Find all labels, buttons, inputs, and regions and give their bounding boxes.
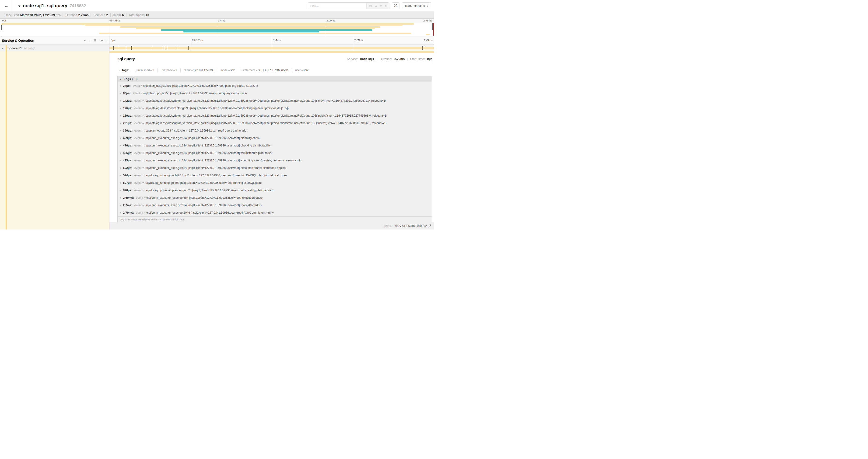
expand-all-icon[interactable]: ≫ <box>100 39 103 42</box>
chevron-right-icon[interactable]: › <box>120 84 121 88</box>
chevron-right-icon[interactable]: › <box>120 92 121 95</box>
keyboard-shortcuts-button[interactable]: ⌘ <box>392 2 400 9</box>
chevron-down-icon[interactable]: ∨ <box>2 47 3 50</box>
tag-item: node=sql1 <box>218 68 239 72</box>
log-event-tick <box>424 46 424 50</box>
log-row[interactable]: ›80μs:event=‹sql/plan_opt.go:358 [nsql1,… <box>118 90 432 97</box>
collapse-all-icon[interactable]: ≫ <box>93 39 97 42</box>
log-row[interactable]: ›189μs:event=‹sql/catalog/lease/descript… <box>118 112 432 120</box>
log-equals: = <box>142 204 145 207</box>
next-match-icon[interactable]: ∨ <box>380 4 382 7</box>
chevron-right-icon[interactable]: › <box>120 114 121 117</box>
chevron-right-icon[interactable]: › <box>120 189 121 192</box>
log-equals: = <box>142 144 145 147</box>
log-row[interactable]: ›476μs:event=‹sql/conn_executor_exec.go:… <box>118 142 432 149</box>
minimap-span-bar <box>426 34 430 35</box>
column-resize-grip[interactable]: || <box>105 39 107 42</box>
chevron-right-icon[interactable]: › <box>120 107 121 110</box>
log-event-tick <box>422 46 423 50</box>
link-icon[interactable] <box>428 224 432 228</box>
log-row[interactable]: ›459μs:event=‹sql/conn_executor_exec.go:… <box>118 134 432 142</box>
log-row[interactable]: ›2.7ms:event=‹sql/conn_executor_exec.go:… <box>118 201 432 209</box>
log-event-tick <box>163 46 163 50</box>
log-row[interactable]: ›2.69ms:event=‹sql/conn_executor_exec.go… <box>118 194 432 201</box>
collapse-one-icon[interactable]: ∨ <box>84 39 86 42</box>
clear-search-icon[interactable]: × <box>385 4 387 8</box>
chevron-right-icon[interactable]: › <box>120 204 121 207</box>
log-row[interactable]: ›502μs:event=‹sql/conn_executor_exec.go:… <box>118 164 432 172</box>
log-field-key: event <box>134 114 142 117</box>
chevron-right-icon[interactable]: › <box>120 174 121 177</box>
view-select[interactable]: Trace Timeline ∨ <box>402 2 431 9</box>
chevron-right-icon[interactable]: › <box>119 69 120 72</box>
log-equals: = <box>142 136 145 140</box>
chevron-right-icon[interactable]: › <box>120 181 121 185</box>
span-row-service[interactable]: ∨ node sql1 sql query <box>0 45 109 51</box>
log-timestamp: 476μs: <box>123 144 132 147</box>
minimap-tick-label: 2.79ms <box>423 19 432 22</box>
chevron-right-icon[interactable]: › <box>120 151 121 155</box>
logs-count: (18) <box>132 77 137 81</box>
chevron-right-icon[interactable]: › <box>120 144 121 147</box>
logs-header[interactable]: ∨ Logs (18) <box>118 76 432 82</box>
span-service-name[interactable]: node sql1 <box>8 46 22 50</box>
minimap-tick-label: 1.4ms <box>218 19 225 22</box>
summary-services: Services 2 <box>91 13 111 17</box>
log-event-tick <box>168 46 168 50</box>
tags-list: _unfinished=1_verbose=1client=127.0.0.1:… <box>132 68 312 72</box>
tags-row[interactable]: › Tags: _unfinished=1_verbose=1client=12… <box>117 65 432 75</box>
log-field-value: ‹sql/conn_executor_exec.go:684 [nsql1,cl… <box>146 196 263 199</box>
minimap-canvas[interactable] <box>1 23 433 36</box>
tag-item: statement=SELECT * FROM users <box>239 68 292 72</box>
chevron-right-icon[interactable]: › <box>120 159 121 162</box>
tag-key: node <box>221 69 228 72</box>
chevron-down-icon[interactable]: ∨ <box>18 4 21 8</box>
log-row[interactable]: ›597μs:event=‹sql/distsql_running.go:498… <box>118 179 432 187</box>
tag-key: _verbose <box>161 69 173 72</box>
service-operation-title: Service & Operation <box>2 39 34 42</box>
find-input[interactable] <box>308 3 366 9</box>
tag-value: SELECT * FROM users <box>258 69 288 72</box>
span-bar-track[interactable] <box>109 45 434 51</box>
log-row[interactable]: ›495μs:event=‹sql/conn_executor_exec.go:… <box>118 157 432 164</box>
chevron-right-icon[interactable]: › <box>120 136 121 140</box>
tag-key: user <box>295 69 301 72</box>
log-event-tick <box>165 46 165 50</box>
expand-one-icon[interactable]: › <box>89 39 90 42</box>
ruler-tick-label: 2.09ms <box>354 39 363 42</box>
start-time-stat-label: Start Time: <box>410 57 425 61</box>
logs-list: ›34μs:event=‹sql/exec_util.go:2297 [nsql… <box>118 82 432 217</box>
chevron-right-icon[interactable]: › <box>120 211 121 214</box>
back-button[interactable]: ← <box>0 0 13 11</box>
prev-match-icon[interactable]: ∧ <box>375 4 377 7</box>
tag-item: _unfinished=1 <box>132 68 157 72</box>
log-timestamp: 597μs: <box>123 181 132 185</box>
chevron-right-icon[interactable]: › <box>120 129 121 132</box>
log-event-tick <box>166 46 166 50</box>
log-row[interactable]: ›176μs:event=‹sql/catalog/descs/descript… <box>118 104 432 112</box>
log-equals: = <box>142 114 145 117</box>
chevron-down-icon[interactable]: ∨ <box>120 77 121 80</box>
log-row[interactable]: ›574μs:event=‹sql/distsql_running.go:142… <box>118 172 432 179</box>
tag-value: root <box>304 69 309 72</box>
tag-key: _unfinished <box>135 69 150 72</box>
log-equals: = <box>142 122 145 125</box>
chevron-right-icon[interactable]: › <box>120 166 121 170</box>
log-row[interactable]: ›2.79ms:event=‹sql/conn_executor_exec.go… <box>118 209 432 217</box>
log-row[interactable]: ›678μs:event=‹sql/distsql_physical_plann… <box>118 187 432 194</box>
log-timestamp: 486μs: <box>123 151 132 155</box>
span-detail-stats: Service: node sql1 | Duration: 2.79ms | … <box>347 57 432 61</box>
chevron-right-icon[interactable]: › <box>120 99 121 102</box>
log-row[interactable]: ›142μs:event=‹sql/catalog/lease/descript… <box>118 97 432 104</box>
locate-target-icon[interactable] <box>369 4 372 7</box>
duration-stat-label: Duration: <box>380 57 392 61</box>
log-row[interactable]: ›201μs:event=‹sql/catalog/lease/descript… <box>118 120 432 127</box>
span-row[interactable]: ∨ node sql1 sql query <box>0 45 434 51</box>
log-row[interactable]: ›366μs:event=‹sql/plan_opt.go:358 [nsql1… <box>118 127 432 134</box>
log-row[interactable]: ›34μs:event=‹sql/exec_util.go:2297 [nsql… <box>118 82 432 90</box>
chevron-right-icon[interactable]: › <box>120 122 121 125</box>
log-row[interactable]: ›486μs:event=‹sql/conn_executor_exec.go:… <box>118 149 432 157</box>
chevron-right-icon[interactable]: › <box>120 196 121 199</box>
log-field-key: event <box>134 181 142 185</box>
summary-depth: Depth 6 <box>111 13 126 17</box>
